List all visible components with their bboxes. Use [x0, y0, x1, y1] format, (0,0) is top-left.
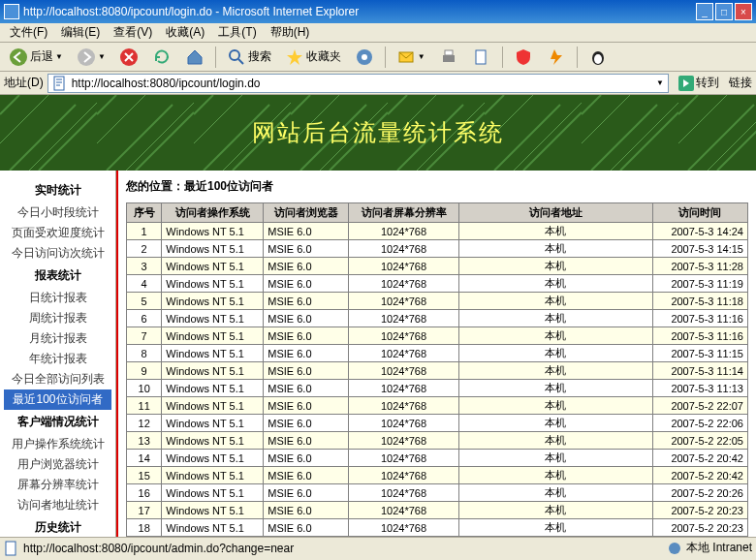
table-row[interactable]: 7Windows NT 5.1MSIE 6.01024*768本机2007-5-… — [127, 327, 748, 345]
table-cell: 2007-5-2 22:06 — [652, 415, 747, 432]
table-row[interactable]: 10Windows NT 5.1MSIE 6.01024*768本机2007-5… — [127, 380, 748, 397]
mail-button[interactable]: ▼ — [392, 45, 430, 70]
table-row[interactable]: 14Windows NT 5.1MSIE 6.01024*768本机2007-5… — [127, 450, 748, 467]
table-cell: Windows NT 5.1 — [162, 223, 264, 240]
sidebar-item[interactable]: 今日访问访次统计 — [4, 243, 111, 264]
table-cell: 1024*768 — [349, 397, 459, 415]
table-cell: 1024*768 — [349, 484, 459, 502]
table-row[interactable]: 16Windows NT 5.1MSIE 6.01024*768本机2007-5… — [127, 484, 748, 502]
menu-item[interactable]: 编辑(E) — [55, 22, 106, 43]
table-cell: 2007-5-3 11:15 — [652, 345, 747, 362]
banner-title: 网站后台流量统计系统 — [252, 117, 504, 148]
table-row[interactable]: 5Windows NT 5.1MSIE 6.01024*768本机2007-5-… — [127, 293, 748, 310]
svg-point-15 — [669, 543, 680, 554]
table-cell: MSIE 6.0 — [264, 415, 349, 432]
sidebar-item[interactable]: 用户浏览器统计 — [4, 454, 111, 475]
table-cell: 本机 — [458, 223, 652, 240]
stop-button[interactable] — [114, 45, 143, 70]
search-button[interactable]: 搜索 — [222, 45, 276, 70]
back-button[interactable]: 后退 ▼ — [4, 45, 68, 70]
table-cell: MSIE 6.0 — [264, 240, 349, 258]
table-cell: 2007-5-2 22:05 — [652, 432, 747, 450]
chevron-down-icon: ▼ — [55, 52, 63, 61]
table-cell: 1024*768 — [349, 537, 459, 538]
address-field-wrapper[interactable]: ▼ — [47, 74, 669, 93]
flash-button[interactable] — [542, 45, 571, 70]
penguin-icon — [588, 47, 608, 67]
forward-button[interactable]: ▼ — [72, 45, 110, 70]
svg-rect-9 — [476, 50, 486, 64]
table-row[interactable]: 6Windows NT 5.1MSIE 6.01024*768本机2007-5-… — [127, 310, 748, 327]
menu-item[interactable]: 查看(V) — [108, 22, 158, 43]
table-row[interactable]: 1Windows NT 5.1MSIE 6.01024*768本机2007-5-… — [127, 223, 748, 240]
table-row[interactable]: 8Windows NT 5.1MSIE 6.01024*768本机2007-5-… — [127, 345, 748, 362]
home-button[interactable] — [180, 45, 209, 70]
table-row[interactable]: 3Windows NT 5.1MSIE 6.01024*768本机2007-5-… — [127, 258, 748, 275]
links-label[interactable]: 链接 — [729, 75, 752, 91]
go-button[interactable]: 转到 — [673, 73, 725, 93]
table-row[interactable]: 11Windows NT 5.1MSIE 6.01024*768本机2007-5… — [127, 397, 748, 415]
table-row[interactable]: 2Windows NT 5.1MSIE 6.01024*768本机2007-5-… — [127, 240, 748, 258]
media-button[interactable] — [350, 45, 379, 70]
table-cell: 2007-5-2 22:07 — [652, 397, 747, 415]
sidebar-item[interactable]: 日统计报表 — [4, 288, 111, 308]
sidebar-item[interactable]: 今日小时段统计 — [4, 202, 111, 223]
minimize-button[interactable]: _ — [696, 3, 713, 20]
menu-item[interactable]: 工具(T) — [212, 22, 262, 43]
stop-icon — [119, 47, 139, 67]
sidebar-item[interactable]: 月统计报表 — [4, 328, 111, 349]
toolbar: 后退 ▼ ▼ 搜索 收藏夹 ▼ — [0, 43, 756, 72]
table-row[interactable]: 19Windows NT 5.1MSIE 6.01024*768本机2007-5… — [127, 537, 748, 538]
sidebar-item[interactable]: 最近100位访问者 — [4, 389, 111, 410]
print-button[interactable] — [434, 45, 463, 70]
table-cell: MSIE 6.0 — [264, 397, 349, 415]
svg-point-0 — [10, 48, 27, 66]
table-row[interactable]: 4Windows NT 5.1MSIE 6.01024*768本机2007-5-… — [127, 275, 748, 293]
menu-item[interactable]: 收藏(A) — [160, 22, 210, 43]
window-title: http://localhost:8080/ipcount/login.do -… — [23, 5, 359, 18]
sidebar-item[interactable]: 屏幕分辨率统计 — [4, 475, 111, 495]
table-row[interactable]: 12Windows NT 5.1MSIE 6.01024*768本机2007-5… — [127, 415, 748, 432]
print-icon — [439, 47, 458, 67]
table-cell: 本机 — [458, 467, 652, 484]
table-header: 访问者地址 — [458, 203, 652, 223]
maximize-button[interactable]: □ — [715, 3, 733, 20]
intranet-icon — [667, 541, 682, 556]
main-panel: 您的位置：最近100位访问者 序号访问者操作系统访问者浏览器访问者屏幕分辨率访问… — [118, 171, 756, 537]
edit-button[interactable] — [467, 45, 496, 70]
sidebar-item[interactable]: 用户操作系统统计 — [4, 434, 111, 454]
sidebar-item[interactable]: 今日全部访问列表 — [4, 369, 111, 389]
toolbar-separator — [577, 47, 578, 68]
table-row[interactable]: 13Windows NT 5.1MSIE 6.01024*768本机2007-5… — [127, 432, 748, 450]
chevron-down-icon[interactable]: ▼ — [656, 78, 664, 87]
table-cell: 2007-5-3 14:24 — [652, 223, 747, 240]
table-cell: MSIE 6.0 — [264, 484, 349, 502]
address-input[interactable] — [72, 77, 652, 90]
sidebar-item[interactable]: 年统计报表 — [4, 349, 111, 369]
close-button[interactable]: × — [735, 3, 752, 20]
table-cell: MSIE 6.0 — [264, 467, 349, 484]
favorites-button[interactable]: 收藏夹 — [280, 45, 346, 70]
table-cell: 15 — [127, 467, 162, 484]
table-row[interactable]: 15Windows NT 5.1MSIE 6.01024*768本机2007-5… — [127, 467, 748, 484]
menu-item[interactable]: 帮助(H) — [265, 22, 316, 43]
qq-button[interactable] — [583, 45, 613, 70]
table-cell: Windows NT 5.1 — [162, 293, 264, 310]
table-cell: MSIE 6.0 — [264, 519, 349, 537]
sidebar-item[interactable]: 页面受欢迎度统计 — [4, 223, 111, 243]
sidebar-item[interactable]: 周统计报表 — [4, 308, 111, 328]
table-cell: 2 — [127, 240, 162, 258]
table-cell: 1024*768 — [349, 293, 459, 310]
table-row[interactable]: 18Windows NT 5.1MSIE 6.01024*768本机2007-5… — [127, 519, 748, 537]
table-row[interactable]: 9Windows NT 5.1MSIE 6.01024*768本机2007-5-… — [127, 362, 748, 380]
table-row[interactable]: 17Windows NT 5.1MSIE 6.01024*768本机2007-5… — [127, 502, 748, 519]
table-cell: 1024*768 — [349, 415, 459, 432]
table-cell: Windows NT 5.1 — [162, 380, 264, 397]
table-cell: 9 — [127, 362, 162, 380]
refresh-button[interactable] — [147, 45, 176, 70]
statusbar: http://localhost:8080/ipcount/admin.do?c… — [0, 537, 756, 558]
shield-button[interactable] — [509, 45, 538, 70]
menu-item[interactable]: 文件(F) — [4, 22, 53, 43]
sidebar-item[interactable]: 访问者地址统计 — [4, 495, 111, 515]
table-cell: Windows NT 5.1 — [162, 397, 264, 415]
